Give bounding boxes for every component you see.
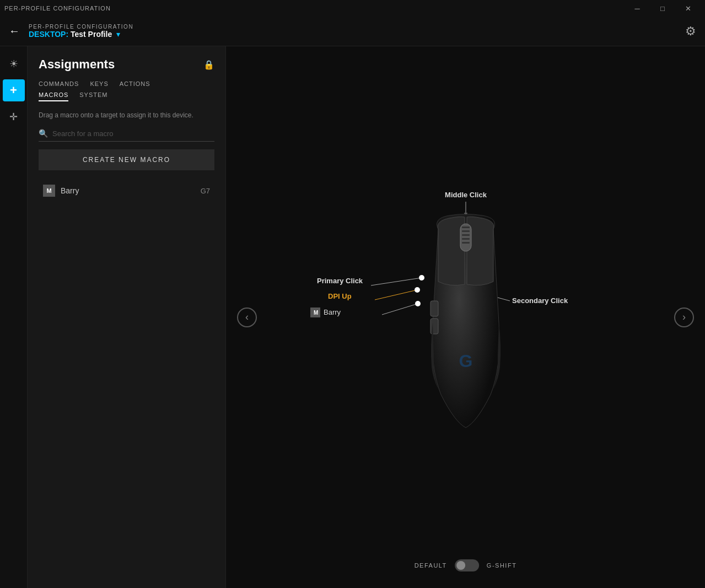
back-button[interactable]: ← — [9, 25, 20, 37]
svg-text:Barry: Barry — [324, 308, 341, 316]
svg-text:Middle Click: Middle Click — [445, 191, 487, 199]
gshift-label: G-SHIFT — [487, 562, 517, 569]
svg-rect-19 — [462, 230, 470, 232]
tab-row1: COMMANDS KEYS ACTIONS — [39, 80, 214, 89]
macro-icon: M — [43, 185, 55, 197]
assignments-button[interactable]: + — [3, 79, 25, 101]
iconbar: ☀ + ✛ — [0, 46, 28, 588]
svg-text:Primary Click: Primary Click — [317, 277, 363, 285]
search-row: 🔍 — [39, 129, 214, 142]
profile-name: DESKTOP: Test Profile ▾ — [29, 30, 133, 39]
nav-left-button[interactable]: ‹ — [237, 308, 257, 327]
tab-keys[interactable]: KEYS — [90, 80, 108, 89]
default-label: DEFAULT — [415, 562, 447, 569]
svg-rect-24 — [430, 319, 438, 334]
profile-dropdown-button[interactable]: ▾ — [116, 30, 120, 39]
macro-list: M Barry G7 — [39, 179, 214, 202]
lighting-button[interactable]: ☀ — [3, 53, 25, 75]
macro-item[interactable]: M Barry G7 — [39, 179, 214, 202]
tab-row2: MACROS SYSTEM — [39, 91, 214, 101]
tab-macros[interactable]: MACROS — [39, 91, 68, 101]
content-area: ‹ › Middle Click Primary Click DPI Up M … — [226, 46, 705, 588]
default-gshift-toggle[interactable] — [455, 559, 479, 571]
macro-name: Barry — [61, 186, 201, 195]
tab-system[interactable]: SYSTEM — [79, 91, 107, 101]
close-button[interactable]: ✕ — [675, 0, 701, 17]
tab-actions[interactable]: ACTIONS — [120, 80, 150, 89]
settings-button[interactable]: ⚙ — [685, 24, 696, 39]
lock-icon: 🔒 — [203, 60, 214, 70]
titlebar: PER-PROFILE CONFIGURATION ─ □ ✕ — [0, 0, 705, 17]
svg-rect-18 — [462, 226, 470, 228]
sidebar: Assignments 🔒 COMMANDS KEYS ACTIONS MACR… — [28, 46, 226, 588]
titlebar-title: PER-PROFILE CONFIGURATION — [4, 5, 111, 12]
svg-text:DPI Up: DPI Up — [328, 292, 352, 300]
mouse-diagram: Middle Click Primary Click DPI Up M Barr… — [273, 158, 659, 477]
headerbar-left: ← PER-PROFILE CONFIGURATION DESKTOP: Tes… — [9, 24, 133, 39]
desktop-label: DESKTOP: — [29, 30, 68, 39]
svg-text:M: M — [314, 310, 318, 316]
drag-hint: Drag a macro onto a target to assign it … — [39, 110, 214, 120]
svg-rect-20 — [462, 234, 470, 236]
assignments-title: Assignments — [39, 57, 115, 72]
titlebar-controls: ─ □ ✕ — [625, 0, 701, 17]
search-input[interactable] — [52, 130, 214, 138]
toggle-knob — [456, 561, 465, 570]
maximize-button[interactable]: □ — [650, 0, 675, 17]
headerbar: ← PER-PROFILE CONFIGURATION DESKTOP: Tes… — [0, 17, 705, 46]
config-label: PER-PROFILE CONFIGURATION — [29, 24, 133, 30]
profile-name-text: Test Profile — [71, 30, 112, 39]
mouse-body-svg: G — [405, 213, 526, 433]
svg-text:G: G — [459, 351, 472, 371]
sidebar-title: Assignments 🔒 — [39, 57, 214, 72]
bottombar: DEFAULT G-SHIFT — [415, 559, 517, 571]
main-layout: ☀ + ✛ Assignments 🔒 COMMANDS KEYS ACTION… — [0, 46, 705, 588]
svg-rect-22 — [462, 242, 470, 244]
minimize-button[interactable]: ─ — [625, 0, 650, 17]
tab-commands[interactable]: COMMANDS — [39, 80, 79, 89]
nav-right-button[interactable]: › — [674, 308, 694, 327]
macro-key: G7 — [201, 187, 210, 195]
svg-rect-23 — [430, 301, 438, 316]
svg-rect-21 — [462, 238, 470, 240]
titlebar-left: PER-PROFILE CONFIGURATION — [4, 5, 111, 12]
create-macro-button[interactable]: CREATE NEW MACRO — [39, 149, 214, 170]
dpi-button[interactable]: ✛ — [3, 106, 25, 128]
search-icon: 🔍 — [39, 129, 48, 138]
profile-info: PER-PROFILE CONFIGURATION DESKTOP: Test … — [29, 24, 133, 39]
